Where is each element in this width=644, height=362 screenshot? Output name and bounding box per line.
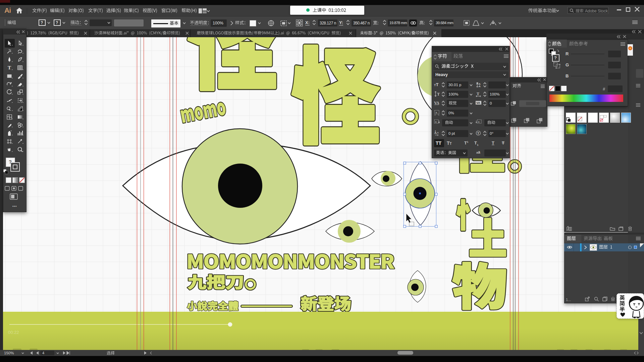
svg-text:T: T	[477, 131, 480, 135]
svg-text:VA: VA	[476, 101, 480, 105]
svg-text:a: a	[436, 111, 437, 114]
svg-text:T: T	[8, 65, 11, 70]
svg-text:a: a	[435, 120, 437, 123]
svg-text:A: A	[479, 85, 481, 88]
svg-text:V̲A̲: V̲A̲	[434, 101, 439, 105]
svg-text:T: T	[437, 92, 440, 97]
svg-text:T: T	[477, 92, 479, 96]
svg-text:A̐: A̐	[434, 130, 437, 135]
svg-text:a: a	[437, 131, 439, 134]
svg-text:a: a	[478, 120, 480, 123]
